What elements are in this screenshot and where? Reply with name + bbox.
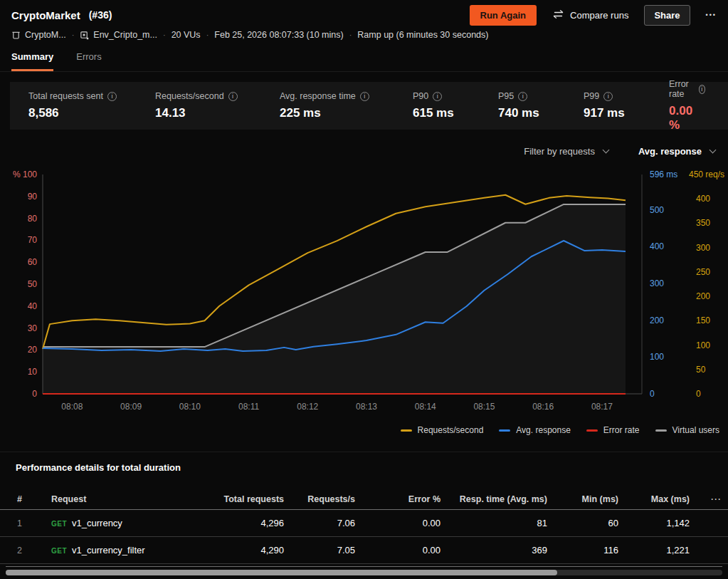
svg-text:08:12: 08:12: [297, 402, 318, 412]
stat-value: 8,586: [28, 106, 155, 120]
info-icon[interactable]: i: [228, 92, 238, 101]
col-header-index[interactable]: #: [7, 494, 41, 504]
section-divider: [0, 452, 728, 452]
legend-swatch: [655, 429, 667, 432]
stat-value: 14.13: [155, 106, 280, 120]
avg-resp-cell: 369: [441, 545, 547, 555]
vus-label: 20 VUs: [172, 30, 201, 40]
legend-label: Virtual users: [672, 425, 719, 435]
legend-item-virtual-users[interactable]: Virtual users: [655, 425, 719, 435]
table-options-icon[interactable]: ⋯: [690, 493, 721, 506]
svg-text:0: 0: [650, 389, 655, 399]
min-cell: 116: [547, 545, 618, 555]
row-index: 1: [7, 518, 41, 528]
share-button[interactable]: Share: [644, 5, 690, 26]
compare-runs-label: Compare runs: [570, 10, 628, 21]
col-header-resp-time[interactable]: Resp. time (Avg. ms): [441, 494, 547, 504]
stat-label: P99: [584, 91, 599, 101]
svg-text:500: 500: [650, 205, 664, 215]
col-header-requests-per-s[interactable]: Requests/s: [284, 494, 355, 504]
header-actions: Run Again Compare runs Share •••: [470, 5, 717, 26]
legend-label: Avg. response: [516, 425, 571, 435]
separator-dot: [206, 31, 209, 39]
compare-runs-button[interactable]: Compare runs: [552, 9, 628, 21]
svg-text:08:16: 08:16: [532, 402, 554, 412]
stat-p95: P95i 740 ms: [498, 91, 584, 120]
svg-text:100: 100: [650, 352, 664, 362]
svg-text:20: 20: [28, 345, 38, 355]
environment-crumb[interactable]: Env_Cripto_m...: [80, 30, 157, 40]
legend-item-error-rate[interactable]: Error rate: [586, 425, 640, 435]
svg-text:100: 100: [696, 340, 710, 350]
svg-text:300: 300: [696, 243, 710, 253]
header: CryptoMarket (#36) Run Again Compare run…: [0, 0, 728, 30]
svg-text:10: 10: [28, 367, 38, 377]
project-name: CryptoM...: [25, 30, 66, 40]
legend-item-requests-per-second[interactable]: Requests/second: [401, 425, 484, 435]
table-row[interactable]: 2 GETv1_currency_filter 4,290 7.05 0.00 …: [0, 537, 728, 564]
svg-text:300: 300: [650, 278, 664, 288]
http-method-badge: GET: [51, 520, 67, 528]
svg-text:08:13: 08:13: [356, 402, 377, 412]
svg-text:70: 70: [28, 235, 38, 245]
stat-error-rate: Error ratei 0.00 %: [669, 79, 728, 132]
filter-dropdown-label: Filter by requests: [524, 146, 595, 157]
tab-errors[interactable]: Errors: [76, 51, 101, 71]
svg-text:450 req/s: 450 req/s: [689, 169, 724, 179]
tab-summary[interactable]: Summary: [11, 51, 53, 71]
metric-dropdown-label: Avg. response: [638, 146, 702, 157]
svg-text:30: 30: [28, 323, 38, 333]
error-pct-cell: 0.00: [355, 518, 441, 528]
project-crumb[interactable]: CryptoM...: [11, 30, 66, 40]
col-header-error-pct[interactable]: Error %: [355, 494, 441, 504]
more-options-icon[interactable]: •••: [706, 11, 717, 19]
legend-swatch: [586, 429, 598, 432]
scrollbar-thumb[interactable]: [6, 570, 557, 575]
table-title: Performance details for total duration: [16, 462, 181, 473]
col-header-min[interactable]: Min (ms): [547, 494, 618, 504]
col-header-total-requests[interactable]: Total requests: [191, 494, 284, 504]
stat-value: 740 ms: [498, 106, 584, 120]
svg-text:200: 200: [696, 291, 710, 301]
environment-icon: [80, 31, 89, 40]
tab-bar: Summary Errors: [0, 47, 728, 72]
chevron-down-icon: [709, 146, 717, 153]
info-icon[interactable]: i: [360, 92, 369, 101]
svg-text:350: 350: [696, 218, 710, 228]
legend-item-avg-response[interactable]: Avg. response: [499, 425, 571, 435]
stat-value: 0.00 %: [669, 104, 705, 132]
separator-dot: [72, 31, 75, 39]
ramp-up-label: Ramp up (6 minutes 30 seconds): [357, 30, 488, 40]
svg-text:80: 80: [28, 214, 38, 224]
table-header-row: # Request Total requests Requests/s Erro…: [0, 489, 728, 510]
svg-text:0: 0: [696, 389, 701, 399]
max-cell: 1,221: [618, 545, 690, 555]
stat-p90: P90i 615 ms: [413, 91, 498, 120]
svg-text:50: 50: [28, 279, 38, 289]
metric-dropdown[interactable]: Avg. response: [638, 146, 715, 157]
horizontal-scrollbar[interactable]: [6, 570, 722, 575]
info-icon[interactable]: i: [603, 92, 613, 101]
total-requests-cell: 4,296: [191, 518, 284, 528]
row-index: 2: [7, 546, 41, 555]
col-header-max[interactable]: Max (ms): [618, 494, 690, 504]
total-requests-cell: 4,290: [191, 545, 284, 555]
info-icon[interactable]: i: [107, 92, 117, 101]
legend-swatch: [499, 429, 510, 432]
table-row[interactable]: 1 GETv1_currency 4,296 7.06 0.00 81 60 1…: [0, 510, 728, 537]
svg-text:0: 0: [32, 389, 37, 399]
chart-svg: % 1009080706050403020100596 ms5004003002…: [0, 167, 728, 417]
col-header-request[interactable]: Request: [41, 494, 191, 504]
performance-chart[interactable]: % 1009080706050403020100596 ms5004003002…: [0, 167, 728, 417]
svg-text:400: 400: [696, 194, 710, 204]
info-icon[interactable]: i: [433, 92, 442, 101]
stats-bar: Total requests senti 8,586 Requests/seco…: [10, 82, 728, 130]
filter-by-requests-dropdown[interactable]: Filter by requests: [524, 146, 608, 157]
info-icon[interactable]: i: [518, 92, 527, 101]
run-again-button[interactable]: Run Again: [470, 5, 537, 26]
svg-text:08:08: 08:08: [61, 402, 83, 412]
svg-text:150: 150: [696, 315, 710, 325]
run-meta: CryptoM... Env_Cripto_m... 20 VUs Feb 25…: [0, 28, 728, 42]
rps-cell: 7.06: [284, 518, 355, 528]
info-icon[interactable]: i: [699, 85, 705, 94]
